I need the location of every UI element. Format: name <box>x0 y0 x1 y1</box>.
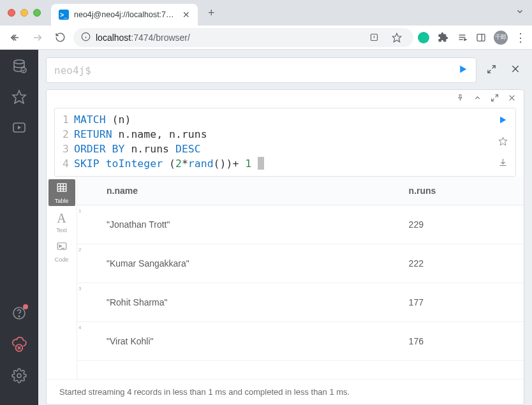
side-panel-icon[interactable] <box>475 31 487 44</box>
table-row: 4"Virat Kohli"176 <box>77 322 524 361</box>
favorites-star-icon[interactable] <box>11 89 27 107</box>
extension-icons: 千郎 ⋮ <box>417 31 527 45</box>
minimize-window-button[interactable] <box>20 9 28 17</box>
profile-avatar[interactable]: 千郎 <box>494 31 508 45</box>
svg-line-28 <box>488 70 491 72</box>
extensions-puzzle-icon[interactable] <box>436 31 449 44</box>
cypher-prompt-input[interactable]: neo4j$ <box>46 57 477 83</box>
collapse-frame-icon[interactable] <box>473 94 482 104</box>
svg-marker-8 <box>392 33 401 41</box>
chrome-menu-icon[interactable]: ⋮ <box>514 31 527 44</box>
main-panel: neo4j$ 1234 MATCH (n <box>38 50 532 405</box>
view-tab-table[interactable]: Table <box>48 179 75 206</box>
browser-toolbar: localhost:7474/browser/ 千郎 ⋮ <box>0 26 532 50</box>
download-query-icon[interactable] <box>498 158 508 170</box>
view-switch: Table A Text >_ Code <box>47 177 77 379</box>
reload-button[interactable] <box>51 28 70 47</box>
fullscreen-prompt-icon[interactable] <box>483 61 500 80</box>
browser-tab-active[interactable]: >_ neo4j@neo4j://localhost:7687 ✕ <box>51 4 198 26</box>
row-number: 4 <box>78 325 81 330</box>
install-app-icon[interactable] <box>366 29 383 46</box>
cell-runs: 176 <box>399 322 524 361</box>
notification-dot-icon <box>23 304 28 309</box>
prompt-prefix: neo4j$ <box>54 64 91 77</box>
cell-name: 4"Virat Kohli" <box>77 322 399 361</box>
new-tab-button[interactable]: + <box>208 6 215 20</box>
svg-text:>_: >_ <box>59 244 64 249</box>
text-view-icon: A <box>57 211 66 226</box>
table-row: 1"Jonathan Trott"229 <box>77 205 524 244</box>
bookmark-star-icon[interactable] <box>388 29 406 47</box>
frame-control-bar <box>47 90 524 108</box>
guides-play-icon[interactable] <box>11 120 27 138</box>
neo4j-browser-app: neo4j$ 1234 MATCH (n <box>0 50 532 405</box>
table-view-icon <box>56 182 68 196</box>
browser-tab-strip: >_ neo4j@neo4j://localhost:7687 ✕ + <box>0 0 532 26</box>
code-content[interactable]: MATCH (n) RETURN n.name, n.runs ORDER BY… <box>74 112 490 172</box>
svg-marker-19 <box>18 126 21 129</box>
cloud-sync-error-icon[interactable] <box>11 336 27 355</box>
run-prompt-button[interactable] <box>457 64 468 77</box>
svg-marker-26 <box>460 65 466 72</box>
editor-tools <box>490 108 515 176</box>
results-table-container[interactable]: n.name n.runs 1"Jonathan Trott"2292"Kuma… <box>77 177 524 379</box>
line-gutter: 1234 <box>55 112 74 172</box>
view-tab-text[interactable]: A Text <box>48 209 75 235</box>
text-cursor <box>258 157 264 170</box>
site-info-icon[interactable] <box>81 32 91 43</box>
cell-runs: 222 <box>399 244 524 283</box>
grammarly-icon[interactable] <box>417 31 430 44</box>
close-window-button[interactable] <box>8 9 15 17</box>
forward-button[interactable] <box>28 28 47 47</box>
tab-favicon-icon: >_ <box>59 10 69 20</box>
database-icon[interactable] <box>11 59 27 77</box>
svg-line-33 <box>492 99 494 101</box>
row-number: 3 <box>78 286 81 291</box>
close-prompt-icon[interactable] <box>506 60 524 80</box>
address-bar[interactable]: localhost:7474/browser/ <box>73 28 413 47</box>
settings-gear-icon[interactable] <box>11 368 27 386</box>
tab-title: neo4j@neo4j://localhost:7687 <box>74 10 177 19</box>
table-row: 3"Rohit Sharma"177 <box>77 283 524 322</box>
maximize-window-button[interactable] <box>33 9 41 17</box>
window-controls <box>8 9 41 17</box>
results-table: n.name n.runs 1"Jonathan Trott"2292"Kuma… <box>77 177 524 361</box>
cell-runs: 229 <box>399 205 524 244</box>
svg-marker-12 <box>464 39 466 41</box>
cypher-prompt-row: neo4j$ <box>46 57 524 83</box>
status-footer: Started streaming 4 records in less than… <box>47 379 524 404</box>
url-host: localhost:7474/browser/ <box>96 33 190 43</box>
cell-name: 2"Kumar Sangakkara" <box>77 244 399 283</box>
svg-point-21 <box>18 316 20 317</box>
code-view-icon: >_ <box>56 240 68 255</box>
back-button[interactable] <box>5 28 24 47</box>
query-editor[interactable]: 1234 MATCH (n) RETURN n.name, n.runs ORD… <box>54 108 516 177</box>
tab-list-chevron-icon[interactable] <box>515 7 524 18</box>
result-body: Table A Text >_ Code n.n <box>47 177 524 379</box>
cell-runs: 177 <box>399 283 524 322</box>
cell-name: 1"Jonathan Trott" <box>77 205 399 244</box>
svg-marker-36 <box>500 117 506 124</box>
svg-rect-39 <box>57 184 66 191</box>
svg-line-27 <box>492 65 495 68</box>
close-frame-icon[interactable] <box>508 94 516 104</box>
col-header-name: n.name <box>77 177 399 205</box>
cell-name: 3"Rohit Sharma" <box>77 283 399 322</box>
view-tab-code[interactable]: >_ Code <box>48 238 75 265</box>
table-row: 2"Kumar Sangakkara"222 <box>77 244 524 283</box>
result-frame: 1234 MATCH (n) RETURN n.name, n.runs ORD… <box>46 89 524 405</box>
svg-marker-17 <box>13 91 26 103</box>
about-help-icon[interactable] <box>11 306 27 323</box>
row-number: 1 <box>78 208 81 214</box>
media-control-icon[interactable] <box>455 31 468 44</box>
svg-rect-13 <box>477 34 485 41</box>
col-header-runs: n.runs <box>399 177 524 205</box>
run-query-button[interactable] <box>498 115 508 128</box>
svg-point-15 <box>14 60 24 64</box>
left-sidebar <box>0 50 38 405</box>
row-number: 2 <box>78 247 81 253</box>
pin-frame-icon[interactable] <box>456 94 464 104</box>
favorite-query-star-icon[interactable] <box>498 136 508 149</box>
tab-close-icon[interactable]: ✕ <box>182 10 190 20</box>
expand-frame-icon[interactable] <box>491 94 499 104</box>
